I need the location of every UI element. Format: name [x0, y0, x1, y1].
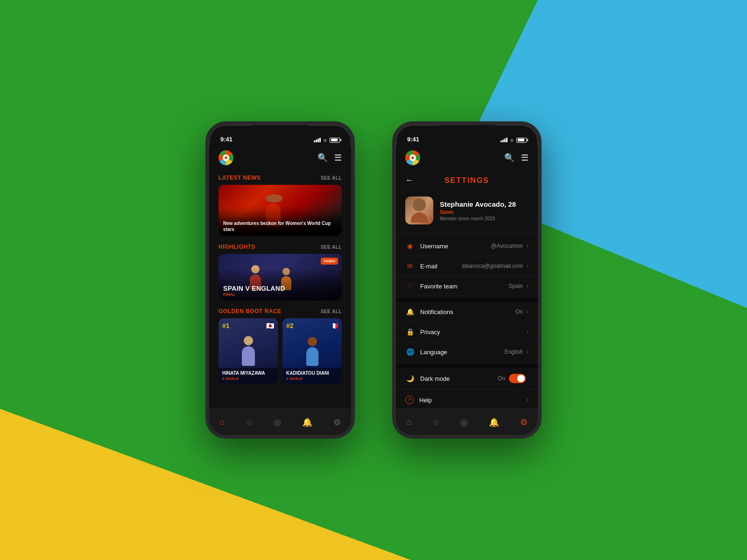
menu-icon-right[interactable]: ☰ [521, 153, 529, 163]
signal-icon-left [314, 138, 321, 142]
scroll-area-left[interactable]: LATEST NEWS SEE ALL [209, 170, 351, 409]
search-icon-left[interactable]: 🔍 [317, 153, 328, 163]
logo-left [218, 150, 233, 165]
username-value: @Avocamon [491, 243, 523, 249]
player-2-goals: 4 GOALS [286, 377, 338, 381]
nav-home-left[interactable]: ⌂ [216, 413, 228, 431]
player-2-name: KADIDIATOU DIANI [286, 371, 338, 376]
header-actions-right: 🔍 ☰ [504, 153, 529, 163]
help-icon: ? [405, 396, 414, 404]
latest-news-title: LATEST NEWS [218, 175, 261, 181]
nav-trophy-left[interactable]: ◎ [270, 413, 285, 431]
status-bar-right: 9:41 ⌾ [396, 125, 538, 146]
battery-icon-left [330, 138, 340, 143]
player-1-flag: 🇯🇵 [266, 322, 274, 329]
nav-star-left[interactable]: ☆ [242, 413, 257, 431]
bell-settings-icon: 🔔 [405, 308, 415, 315]
player-1-goals: 5 GOALS [222, 377, 274, 381]
bottom-nav-right: ⌂ ☆ ◎ 🔔 ⚙ [396, 409, 538, 435]
highlights-header: HIGHLIGHTS SEE ALL [209, 239, 351, 254]
profile-name: Stephanie Avocado, 28 [440, 200, 516, 208]
highlights-see-all[interactable]: SEE ALL [321, 245, 342, 250]
phones-container: 9:41 ⌾ [0, 0, 747, 560]
wifi-icon-left: ⌾ [324, 137, 327, 143]
golden-boot-header: GOLDEN BOOT RACE SEE ALL [209, 303, 351, 318]
nav-trophy-right[interactable]: ◎ [457, 413, 472, 431]
nav-bell-right[interactable]: 🔔 [485, 413, 503, 431]
logo-right [405, 150, 420, 165]
bottom-nav-left: ⌂ ☆ ◎ 🔔 ⚙ [209, 409, 351, 435]
notifications-value: On [515, 308, 523, 315]
darkmode-icon: 🌙 [405, 375, 415, 382]
notifications-chevron: › [527, 308, 529, 315]
settings-username[interactable]: ◉ Username @Avocamon › [396, 236, 538, 256]
header-actions-left: 🔍 ☰ [317, 153, 342, 163]
highlight-match: SPAIN V ENGLAND [223, 285, 337, 292]
nav-star-right[interactable]: ☆ [429, 413, 444, 431]
app-header-left: 🔍 ☰ [209, 146, 351, 170]
search-icon-right[interactable]: 🔍 [504, 153, 514, 163]
golden-boot-title: GOLDEN BOOT RACE [218, 308, 282, 315]
back-button[interactable]: ← [405, 175, 414, 185]
player-1-name: HINATA MIYAZAWA [222, 371, 274, 376]
privacy-chevron: › [527, 329, 529, 335]
highlight-card[interactable]: VIDEO SPAIN V ENGLAND FINAL [218, 254, 342, 301]
latest-news-see-all[interactable]: SEE ALL [321, 175, 342, 181]
section-divider-2 [396, 364, 538, 368]
news-card[interactable]: New adventures beckon for Women's World … [218, 185, 342, 236]
profile-section: Stephanie Avocado, 28 Spain Member since… [396, 191, 538, 233]
dark-mode-label: Dark mode [420, 375, 498, 382]
menu-icon-left[interactable]: ☰ [334, 153, 342, 163]
signal-icon-right [500, 138, 507, 142]
settings-favorite-team[interactable]: ♡ Favorite team Spain › [396, 276, 538, 296]
email-chevron: › [527, 263, 529, 269]
status-icons-left: ⌾ [314, 137, 340, 143]
language-label: Language [420, 349, 505, 356]
status-time-left: 9:41 [220, 136, 233, 143]
player-2-rank: #2 [286, 322, 294, 329]
language-value: English [505, 349, 523, 355]
nav-bell-left[interactable]: 🔔 [298, 413, 316, 431]
preferences-settings-group: 🔔 Notifications On › 🔒 Privacy › 🌐 [396, 302, 538, 362]
settings-language[interactable]: 🌐 Language English › [396, 342, 538, 362]
status-time-right: 9:41 [407, 136, 419, 143]
email-value: steavoca@goalmail.com [462, 263, 523, 269]
favorite-team-chevron: › [527, 283, 529, 289]
phone-right: 9:41 ⌾ [392, 121, 542, 439]
settings-privacy[interactable]: 🔒 Privacy › [396, 322, 538, 342]
app-header-right: 🔍 ☰ [396, 146, 538, 170]
player-card-2[interactable]: #2 🇫🇷 KADIDIATOU DIANI 4 GOALS [282, 318, 342, 384]
settings-help[interactable]: ? Help › [396, 390, 538, 409]
settings-scroll[interactable]: Stephanie Avocado, 28 Spain Member since… [396, 191, 538, 409]
nav-home-right[interactable]: ⌂ [402, 413, 415, 431]
user-avatar [405, 196, 433, 224]
section-divider-1 [396, 298, 538, 302]
settings-email[interactable]: ✉ E-mail steavoca@goalmail.com › [396, 256, 538, 276]
player-1-rank: #1 [222, 322, 230, 329]
player-2-info: KADIDIATOU DIANI 4 GOALS [282, 368, 342, 384]
dark-mode-toggle[interactable] [509, 374, 526, 383]
wifi-icon-right: ⌾ [510, 137, 514, 143]
highlights-title: HIGHLIGHTS [218, 244, 255, 250]
latest-news-header: LATEST NEWS SEE ALL [209, 170, 351, 185]
app-content-left: 🔍 ☰ LATEST NEWS SEE ALL [209, 146, 351, 435]
username-label: Username [420, 243, 491, 250]
email-label: E-mail [420, 263, 462, 270]
favorite-team-value: Spain [508, 283, 523, 289]
nav-gear-left[interactable]: ⚙ [330, 413, 345, 431]
privacy-label: Privacy [420, 329, 523, 336]
phone-left: 9:41 ⌾ [205, 121, 355, 439]
profile-country: Spain [440, 209, 516, 215]
news-card-title: New adventures beckon for Women's World … [223, 220, 337, 232]
golden-boot-see-all[interactable]: SEE ALL [321, 309, 342, 314]
account-settings-group: ◉ Username @Avocamon › ✉ E-mail steavoca… [396, 236, 538, 296]
other-settings-group: 🌙 Dark mode On ? Help › [396, 368, 538, 409]
settings-back-header: ← SETTINGS [396, 170, 538, 191]
settings-notifications[interactable]: 🔔 Notifications On › [396, 302, 538, 322]
lock-icon: 🔒 [405, 328, 415, 336]
nav-gear-right[interactable]: ⚙ [516, 413, 531, 431]
settings-dark-mode[interactable]: 🌙 Dark mode On [396, 368, 538, 390]
player-card-1[interactable]: #1 🇯🇵 HINATA MIYAZAWA 5 GOALS [218, 318, 278, 384]
player-1-info: HINATA MIYAZAWA 5 GOALS [218, 368, 278, 384]
battery-icon-right [516, 138, 527, 143]
